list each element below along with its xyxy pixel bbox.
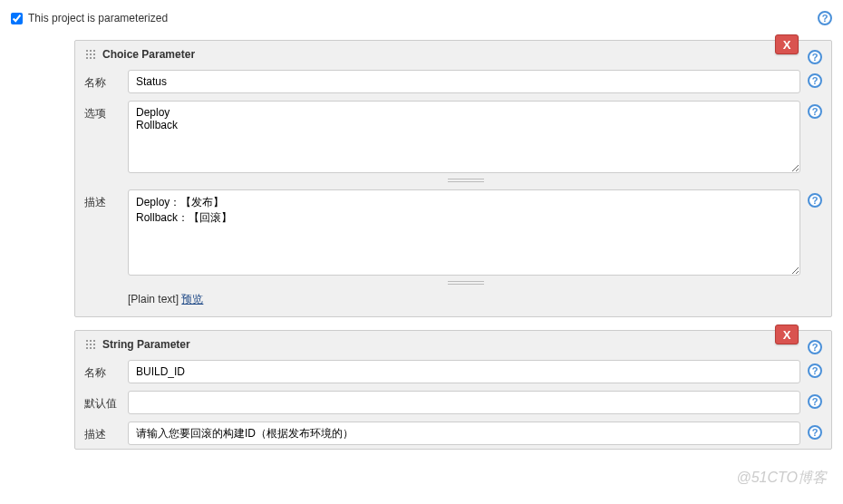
param-header: String Parameter [75,331,831,356]
desc-label: 描述 [84,422,121,442]
string-parameter-block: X ? String Parameter 名称 ? 默认值 ? 描述 ? [74,330,832,450]
watermark: @51CTO博客 [736,469,827,488]
plain-text-row: [Plain text] 预览 [75,288,831,316]
name-field-row: 名称 ? [75,66,831,97]
help-icon[interactable]: ? [808,104,822,119]
help-icon[interactable]: ? [808,363,822,378]
drag-handle-icon[interactable] [84,48,97,61]
param-header: Choice Parameter [75,41,831,66]
parameterized-checkbox-row: This project is parameterized ? [11,7,832,34]
choice-parameter-block: X ? Choice Parameter 名称 ? 选项 ? 描述 ? [Pla… [74,40,832,317]
drag-handle-icon[interactable] [84,338,97,351]
delete-button[interactable]: X [775,325,799,344]
default-field-row: 默认值 ? [75,387,831,418]
desc-field-row: 描述 ? [75,186,831,279]
help-icon[interactable]: ? [808,73,822,88]
choices-textarea[interactable] [128,101,800,173]
desc-textarea[interactable] [128,189,800,276]
help-icon[interactable]: ? [808,193,822,208]
name-input[interactable] [128,70,800,93]
help-icon[interactable]: ? [808,50,822,64]
param-title: Choice Parameter [102,48,195,61]
default-label: 默认值 [84,391,121,412]
parameterized-checkbox[interactable] [11,13,23,24]
resize-grip[interactable] [128,279,804,286]
name-label: 名称 [84,70,121,91]
param-title: String Parameter [102,338,190,351]
help-icon[interactable]: ? [808,340,822,354]
desc-label: 描述 [84,189,121,210]
name-field-row: 名称 ? [75,356,831,387]
parameterized-label: This project is parameterized [28,12,168,24]
name-input[interactable] [128,360,800,383]
help-icon[interactable]: ? [808,425,822,440]
preview-link[interactable]: 预览 [181,293,203,305]
choices-field-row: 选项 ? [75,97,831,177]
name-label: 名称 [84,360,121,381]
desc-field-row: 描述 ? [75,418,831,449]
resize-grip[interactable] [128,177,804,184]
delete-button[interactable]: X [775,34,799,54]
desc-input[interactable] [128,422,800,445]
plain-text-label: [Plain text] [128,293,179,305]
help-icon[interactable]: ? [818,11,832,25]
default-input[interactable] [128,391,800,414]
help-icon[interactable]: ? [808,394,822,409]
choices-label: 选项 [84,101,121,121]
